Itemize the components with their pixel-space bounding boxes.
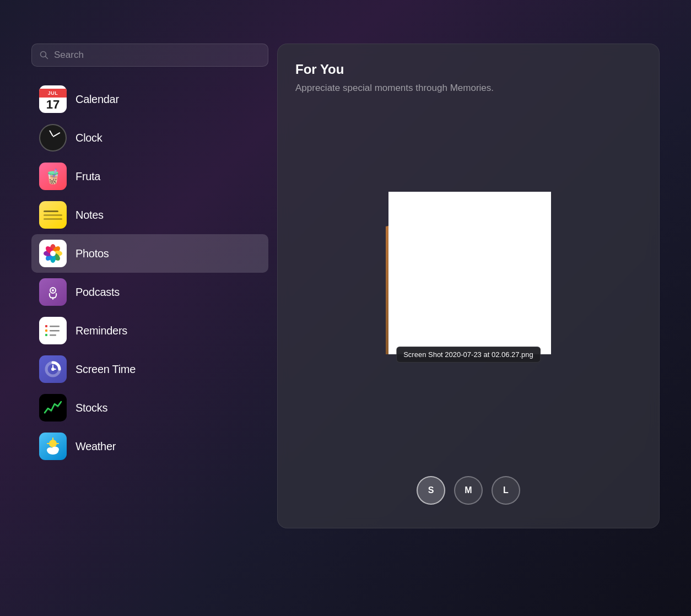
size-small-button[interactable]: S xyxy=(417,476,445,505)
photos-icon xyxy=(39,240,67,267)
weather-icon xyxy=(39,433,67,460)
panel-subtitle: Appreciate special moments through Memor… xyxy=(295,82,505,95)
clock-minute-hand xyxy=(53,132,61,137)
svg-line-1 xyxy=(46,57,48,59)
screentime-icon xyxy=(39,355,67,383)
preview-area: Screen Shot 2020-07-23 at 02.06.27.png xyxy=(295,106,641,443)
photos-label: Photos xyxy=(75,247,109,260)
clock-face xyxy=(40,125,66,150)
screentime-svg xyxy=(45,361,61,377)
calendar-label: Calendar xyxy=(75,93,119,106)
svg-point-10 xyxy=(50,251,56,256)
stocks-svg xyxy=(42,397,63,418)
preview-image xyxy=(388,192,551,354)
preview-image-container: Screen Shot 2020-07-23 at 02.06.27.png xyxy=(386,192,551,357)
weather-svg xyxy=(44,437,62,456)
podcasts-label: Podcasts xyxy=(75,286,120,299)
sidebar-item-stocks[interactable]: Stocks xyxy=(31,388,268,427)
calendar-day: 17 xyxy=(46,98,60,113)
svg-rect-14 xyxy=(45,325,47,327)
svg-rect-18 xyxy=(50,330,60,332)
podcasts-icon xyxy=(39,278,67,306)
size-large-button[interactable]: L xyxy=(492,476,520,505)
fruta-label: Fruta xyxy=(75,170,100,183)
photos-flower-svg xyxy=(42,243,63,264)
search-input[interactable] xyxy=(54,50,260,61)
right-panel: For You Appreciate special moments throu… xyxy=(277,44,660,528)
reminders-icon xyxy=(39,317,67,344)
sidebar-item-photos[interactable]: Photos xyxy=(31,234,268,273)
notes-line-2 xyxy=(44,214,62,216)
sidebar-item-weather[interactable]: Weather xyxy=(31,427,268,466)
search-icon xyxy=(40,51,48,60)
notes-label: Notes xyxy=(75,209,104,221)
notes-lines xyxy=(39,206,67,224)
calendar-month: JUL xyxy=(39,89,67,98)
notes-icon xyxy=(39,201,67,229)
notes-line-3 xyxy=(44,218,62,220)
reminders-label: Reminders xyxy=(75,325,127,337)
preview-tooltip: Screen Shot 2020-07-23 at 02.06.27.png xyxy=(396,347,541,363)
sidebar-item-calendar[interactable]: JUL 17 Calendar xyxy=(31,80,268,118)
size-medium-button[interactable]: M xyxy=(454,476,483,505)
app-list: JUL 17 Calendar Clock Fruta xyxy=(31,80,268,466)
notes-line-1 xyxy=(44,210,58,212)
left-panel: JUL 17 Calendar Clock Fruta xyxy=(31,44,268,466)
svg-rect-15 xyxy=(45,329,47,332)
podcasts-svg xyxy=(45,284,61,300)
svg-point-30 xyxy=(51,447,59,453)
svg-rect-17 xyxy=(50,326,60,327)
main-container: JUL 17 Calendar Clock Fruta xyxy=(31,33,660,583)
panel-title: For You xyxy=(295,62,641,77)
svg-rect-19 xyxy=(50,334,56,336)
fruta-icon xyxy=(39,163,67,190)
sidebar-item-screentime[interactable]: Screen Time xyxy=(31,350,268,388)
svg-point-13 xyxy=(52,289,54,291)
sidebar-item-reminders[interactable]: Reminders xyxy=(31,311,268,350)
stocks-label: Stocks xyxy=(75,402,107,414)
svg-point-23 xyxy=(49,440,57,447)
clock-label: Clock xyxy=(75,132,102,144)
weather-label: Weather xyxy=(75,440,116,453)
search-bar[interactable] xyxy=(31,44,268,67)
clock-icon xyxy=(39,124,67,152)
size-buttons: S M L xyxy=(295,476,641,510)
sidebar-item-podcasts[interactable]: Podcasts xyxy=(31,273,268,311)
sidebar-item-fruta[interactable]: Fruta xyxy=(31,157,268,196)
screentime-label: Screen Time xyxy=(75,363,136,376)
svg-rect-16 xyxy=(45,334,47,336)
stocks-icon xyxy=(39,394,67,422)
sidebar-item-notes[interactable]: Notes xyxy=(31,196,268,234)
sidebar-item-clock[interactable]: Clock xyxy=(31,118,268,157)
reminders-svg xyxy=(43,321,63,341)
calendar-icon: JUL 17 xyxy=(39,85,67,113)
